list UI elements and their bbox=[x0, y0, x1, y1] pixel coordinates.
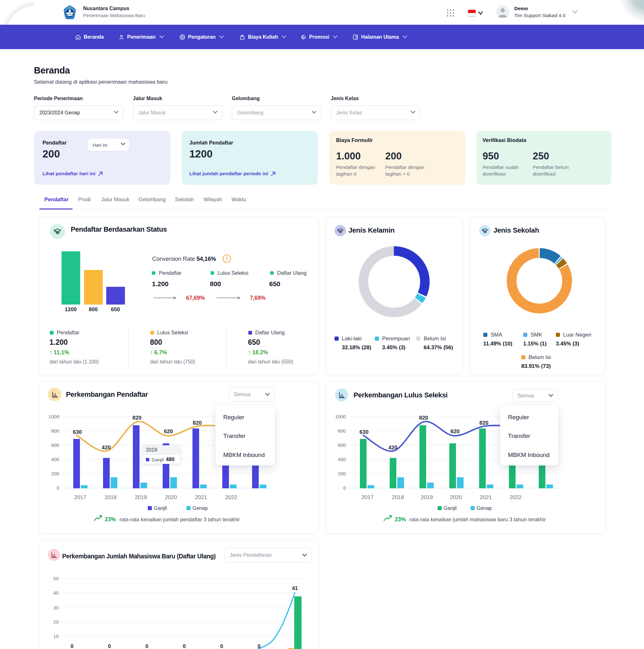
svg-text:Genap: Genap bbox=[193, 506, 208, 511]
svg-text:64.37% (56): 64.37% (56) bbox=[424, 344, 453, 350]
svg-text:23%: 23% bbox=[105, 516, 116, 523]
svg-text:Pendaftar: Pendaftar bbox=[57, 330, 80, 335]
svg-text:1000: 1000 bbox=[48, 414, 59, 419]
svg-text:1.200: 1.200 bbox=[49, 338, 68, 346]
svg-text:dari tahun lalu (550): dari tahun lalu (550) bbox=[248, 359, 293, 364]
svg-text:2021: 2021 bbox=[195, 494, 207, 501]
svg-text:2021: 2021 bbox=[480, 494, 492, 501]
svg-text:11.49% (10): 11.49% (10) bbox=[483, 341, 512, 347]
svg-text:Lulus Seleksi: Lulus Seleksi bbox=[157, 330, 188, 335]
svg-text:1.15% (1): 1.15% (1) bbox=[523, 341, 547, 347]
svg-text:10: 10 bbox=[53, 634, 59, 639]
svg-text:2020: 2020 bbox=[450, 494, 462, 501]
svg-text:800: 800 bbox=[89, 306, 98, 312]
svg-text:↑ 11.1%: ↑ 11.1% bbox=[49, 349, 70, 355]
svg-text:800: 800 bbox=[150, 338, 162, 346]
svg-text:420: 420 bbox=[102, 445, 111, 450]
svg-text:40: 40 bbox=[53, 590, 59, 596]
svg-text:50: 50 bbox=[53, 576, 59, 581]
svg-text:2020: 2020 bbox=[165, 494, 177, 501]
svg-text:630: 630 bbox=[360, 429, 368, 435]
svg-text:3.45% (3): 3.45% (3) bbox=[556, 341, 579, 347]
svg-text:2022: 2022 bbox=[225, 494, 237, 501]
svg-text:2017: 2017 bbox=[361, 494, 373, 501]
svg-text:3.45% (3): 3.45% (3) bbox=[382, 344, 406, 350]
svg-text:820: 820 bbox=[479, 420, 488, 426]
svg-text:650: 650 bbox=[248, 338, 260, 346]
svg-text:800: 800 bbox=[51, 428, 59, 434]
svg-text:1200: 1200 bbox=[65, 306, 77, 312]
svg-text:2018: 2018 bbox=[392, 494, 404, 501]
svg-text:Belum Isi: Belum Isi bbox=[529, 354, 551, 360]
svg-text:820: 820 bbox=[193, 420, 202, 426]
svg-text:Pendaftar: Pendaftar bbox=[159, 270, 182, 276]
svg-text:2018: 2018 bbox=[105, 494, 117, 501]
svg-text:820: 820 bbox=[132, 415, 142, 421]
svg-text:67,69%: 67,69% bbox=[186, 295, 205, 301]
svg-text:SMA: SMA bbox=[490, 332, 502, 338]
svg-text:420: 420 bbox=[389, 445, 397, 450]
svg-text:Belum Isi: Belum Isi bbox=[424, 336, 446, 342]
svg-text:2019: 2019 bbox=[135, 494, 147, 501]
svg-text:200: 200 bbox=[338, 471, 346, 476]
svg-text:23%: 23% bbox=[395, 516, 406, 523]
svg-text:800: 800 bbox=[210, 280, 221, 288]
svg-text:2017: 2017 bbox=[74, 494, 86, 501]
svg-text:Lulus Seleksi: Lulus Seleksi bbox=[217, 270, 248, 276]
svg-text:650: 650 bbox=[111, 306, 120, 312]
svg-text:2022: 2022 bbox=[510, 494, 522, 501]
svg-text:400: 400 bbox=[338, 457, 346, 462]
svg-text:↑ 18.2%: ↑ 18.2% bbox=[248, 349, 268, 355]
svg-text:20: 20 bbox=[53, 619, 59, 624]
svg-text:600: 600 bbox=[51, 442, 59, 448]
svg-text:Luar Negeri: Luar Negeri bbox=[563, 332, 591, 338]
svg-text:0: 0 bbox=[108, 643, 111, 649]
svg-text:Daftar Ulang: Daftar Ulang bbox=[255, 330, 285, 335]
svg-text:620: 620 bbox=[164, 428, 173, 434]
svg-text:1000: 1000 bbox=[335, 414, 346, 419]
svg-text:600: 600 bbox=[338, 442, 346, 448]
svg-text:dari tahun lalu (750): dari tahun lalu (750) bbox=[150, 359, 195, 364]
svg-text:32.18% (28): 32.18% (28) bbox=[342, 344, 371, 350]
svg-text:Ganjil: Ganjil bbox=[444, 506, 456, 511]
svg-text:0: 0 bbox=[56, 485, 59, 490]
svg-text:0: 0 bbox=[145, 643, 148, 649]
svg-text:Conversion Rate 54,16%: Conversion Rate 54,16% bbox=[152, 255, 216, 262]
svg-text:2019: 2019 bbox=[421, 494, 433, 501]
svg-text:650: 650 bbox=[269, 280, 280, 288]
svg-text:Perempuan: Perempuan bbox=[382, 336, 410, 342]
svg-text:820: 820 bbox=[419, 415, 428, 421]
svg-text:↑ 6.7%: ↑ 6.7% bbox=[150, 349, 167, 355]
svg-text:0: 0 bbox=[183, 643, 186, 649]
svg-text:620: 620 bbox=[451, 428, 459, 434]
svg-text:0: 0 bbox=[220, 643, 223, 649]
svg-text:Laki-laki: Laki-laki bbox=[342, 336, 361, 342]
svg-text:800: 800 bbox=[338, 428, 346, 434]
svg-text:7,69%: 7,69% bbox=[250, 295, 266, 301]
svg-text:dari tahun lalu (1.100): dari tahun lalu (1.100) bbox=[49, 359, 99, 364]
svg-text:rata-rata kenaikan jumlah maha: rata-rata kenaikan jumlah mahasiswa baru… bbox=[409, 517, 546, 522]
svg-text:200: 200 bbox=[51, 471, 59, 476]
svg-text:Genap: Genap bbox=[477, 506, 492, 511]
svg-text:0: 0 bbox=[343, 485, 346, 490]
svg-text:400: 400 bbox=[51, 457, 59, 462]
svg-text:1.200: 1.200 bbox=[152, 280, 169, 288]
svg-text:Daftar Ulang: Daftar Ulang bbox=[277, 270, 307, 276]
svg-text:0: 0 bbox=[70, 643, 73, 649]
svg-text:83.91% (73): 83.91% (73) bbox=[521, 363, 551, 369]
svg-text:630: 630 bbox=[73, 429, 82, 435]
svg-text:Ganjil: Ganjil bbox=[154, 506, 167, 511]
svg-text:41: 41 bbox=[292, 585, 298, 591]
svg-text:0: 0 bbox=[257, 643, 260, 649]
svg-text:SMK: SMK bbox=[530, 332, 542, 338]
svg-text:30: 30 bbox=[53, 605, 59, 610]
svg-text:rata-rata kenaikan jumlah pend: rata-rata kenaikan jumlah pendaftar 3 ta… bbox=[120, 517, 240, 522]
